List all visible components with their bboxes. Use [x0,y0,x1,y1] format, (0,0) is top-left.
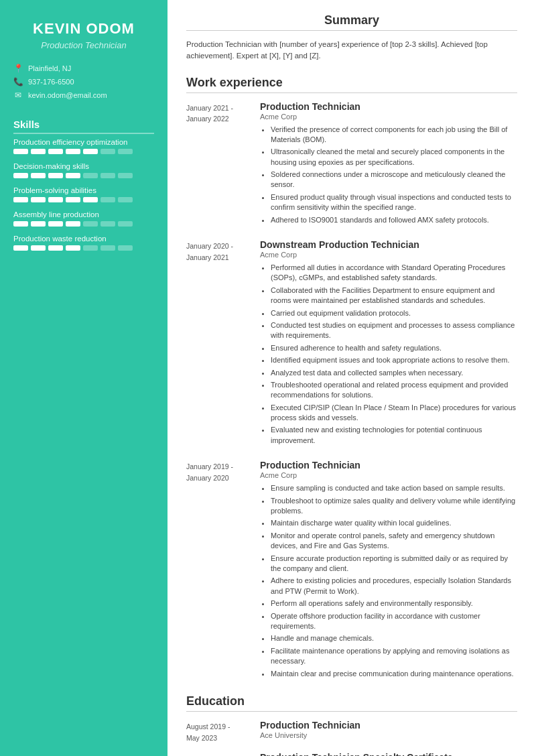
edu-dates: August 2019 -May 2023 [186,720,253,744]
skills-section: Skills Production efficiency optimizatio… [13,119,154,259]
skill-bar [13,221,154,227]
skill-dot-filled [13,173,28,178]
skill-dot-filled [66,197,80,202]
skill-dot-filled [66,221,80,227]
job-dates: January 2020 -January 2021 [186,239,253,448]
edu-details: Production Technician Specialty Certific… [260,752,517,757]
job-company: Acme Corp [260,113,517,121]
skill-dot-empty [100,149,115,154]
education-section: Education August 2019 -May 2023Productio… [186,694,517,756]
job-bullet: Troubleshooted operational and related p… [271,380,517,401]
skill-dot-empty [83,245,98,251]
job-dates: January 2021 -January 2022 [186,101,253,228]
job-bullet: Ensured adherence to health and safety r… [271,343,517,353]
job-bullet: Carried out equipment validation protoco… [271,308,517,318]
skill-name: Assembly line production [13,210,154,218]
contact-section: 📍 Plainfield, NJ 📞 937-176-6500 ✉ kevin.… [13,64,154,100]
job-bullet: Ensure sampling is conducted and take ac… [271,483,517,493]
skill-bar [13,197,154,202]
edu-dates: August 2023 -December 2023 [186,752,253,757]
skill-dot-empty [118,197,133,202]
skill-dot-filled [48,149,63,154]
job-bullet: Adhered to ISO9001 standards and followe… [271,215,517,225]
job-bullet: Maintain discharge water quality within … [271,518,517,528]
work-experience-title: Work experience [186,76,517,93]
job-title: Production Technician [260,460,517,470]
location-item: 📍 Plainfield, NJ [13,64,154,73]
edu-details: Production TechnicianAce University [260,720,517,744]
skill-dot-filled [31,149,46,154]
job-details: Production TechnicianAcme CorpEnsure sam… [260,460,517,681]
education-title: Education [186,694,517,712]
job-bullet: Operate offshore production facility in … [271,611,517,632]
skill-item: Assembly line production [13,210,154,227]
skills-header: Skills [13,119,154,134]
job-title: Downstream Production Technician [260,239,517,250]
job-entry: January 2021 -January 2022Production Tec… [186,101,517,228]
job-bullet: Perform all operations safely and enviro… [271,598,517,609]
skill-dot-empty [100,197,115,202]
job-company: Acme Corp [260,251,517,259]
skill-dot-filled [66,245,80,251]
skill-dot-empty [100,173,115,178]
job-bullet: Facilitate maintenance operations by app… [271,646,517,667]
jobs-list: January 2021 -January 2022Production Tec… [186,101,517,681]
skill-dot-filled [31,197,46,202]
skill-item: Decision-making skills [13,162,154,178]
skill-bar [13,149,154,154]
job-bullet: Adhere to existing policies and procedur… [271,576,517,596]
skill-dot-filled [48,221,63,227]
skill-dot-filled [13,221,28,227]
job-bullet: Collaborated with the Facilities Departm… [271,286,517,306]
job-bullets: Performed all duties in accordance with … [260,263,517,446]
job-bullet: Verified the presence of correct compone… [271,125,517,145]
skill-bar [13,173,154,178]
summary-section: Summary Production Technician with [numb… [186,13,517,62]
summary-title: Summary [186,13,517,31]
skill-item: Production waste reduction [13,235,154,251]
job-company: Acme Corp [260,471,517,479]
job-title: Production Technician [260,101,517,112]
email-item: ✉ kevin.odom@email.com [13,90,154,100]
skill-name: Production efficiency optimization [13,138,154,146]
job-bullet: Ultrasonically cleaned the metal and sec… [271,147,517,168]
skill-bar [13,245,154,251]
job-details: Production TechnicianAcme CorpVerified t… [260,101,517,228]
skill-dot-empty [118,173,133,178]
job-bullet: Maintain clear and precise communication… [271,669,517,679]
phone-text: 937-176-6500 [28,78,74,86]
skill-dot-filled [13,149,28,154]
skill-dot-filled [48,173,63,178]
skill-item: Production efficiency optimization [13,138,154,154]
phone-icon: 📞 [13,77,23,86]
skill-dot-empty [118,221,133,227]
job-bullet: Troubleshoot to optimize sales quality a… [271,496,517,517]
job-bullet: Identified equipment issues and took app… [271,355,517,365]
skill-dot-filled [48,197,63,202]
skill-dot-filled [83,149,98,154]
skill-name: Production waste reduction [13,235,154,243]
skill-dot-filled [83,197,98,202]
email-text: kevin.odom@email.com [28,91,107,99]
job-details: Downstream Production TechnicianAcme Cor… [260,239,517,448]
skill-dot-filled [66,173,80,178]
skill-name: Problem-solving abilities [13,186,154,194]
sidebar: KEVIN ODOM Production Technician 📍 Plain… [0,0,168,756]
skill-dot-empty [118,149,133,154]
job-bullet: Ensure accurate production reporting is … [271,554,517,574]
work-experience-section: Work experience January 2021 -January 20… [186,76,517,681]
main-content: Summary Production Technician with [numb… [168,0,536,756]
candidate-name: KEVIN ODOM [13,20,154,38]
job-bullet: Handle and manage chemicals. [271,633,517,643]
skills-list: Production efficiency optimizationDecisi… [13,138,154,251]
job-bullet: Performed all duties in accordance with … [271,263,517,284]
skill-dot-filled [31,245,46,251]
job-dates: January 2019 -January 2020 [186,460,253,681]
skill-dot-empty [83,173,98,178]
skill-name: Decision-making skills [13,162,154,170]
skill-dot-filled [13,245,28,251]
job-bullet: Ensured product quality through visual i… [271,192,517,213]
edu-entry: August 2019 -May 2023Production Technici… [186,720,517,744]
location-icon: 📍 [13,64,23,73]
skill-item: Problem-solving abilities [13,186,154,202]
